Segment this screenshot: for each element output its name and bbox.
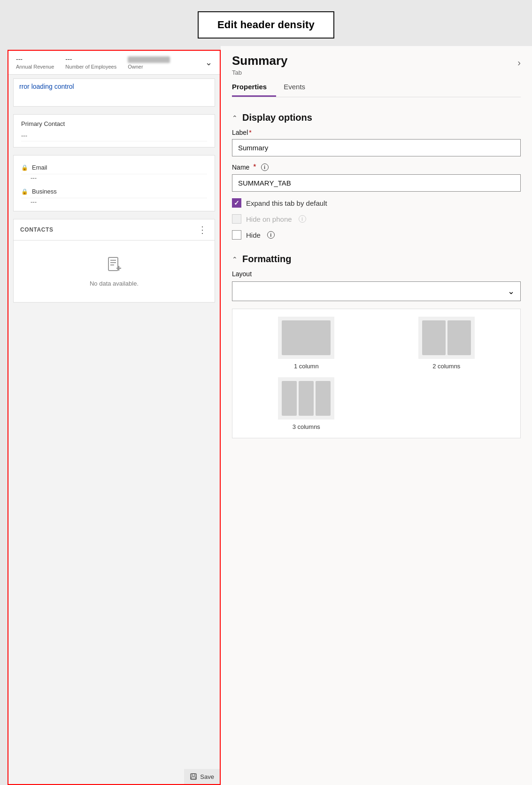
business-field-value: --- xyxy=(21,198,207,205)
header-fields-row: --- Annual Revenue --- Number of Employe… xyxy=(8,51,220,75)
expand-tab-checkbox-row[interactable]: Expand this tab by default xyxy=(232,198,521,208)
hide-info-icon[interactable]: i xyxy=(267,231,275,239)
panel-title: Summary xyxy=(232,54,288,68)
hide-on-phone-label: Hide on phone xyxy=(246,215,292,223)
business-lock-icon: 🔒 xyxy=(21,188,28,195)
hide-checkbox[interactable] xyxy=(232,230,241,240)
email-field-value: --- xyxy=(21,174,207,181)
expand-tab-label: Expand this tab by default xyxy=(246,199,327,207)
no-data-icon xyxy=(106,256,123,276)
label-input[interactable] xyxy=(232,139,521,156)
annual-revenue-value: --- xyxy=(16,55,23,63)
tab-properties[interactable]: Properties xyxy=(232,78,276,97)
save-label[interactable]: Save xyxy=(200,773,214,780)
svg-rect-6 xyxy=(191,774,196,779)
formatting-header: ⌃ Formatting xyxy=(232,254,521,264)
annual-revenue-field: --- Annual Revenue xyxy=(16,55,54,70)
layout-dropdown-chevron: ⌄ xyxy=(508,286,515,296)
contacts-menu-icon[interactable]: ⋮ xyxy=(198,224,208,235)
layout-option-3col[interactable]: 3 columns xyxy=(240,377,373,430)
edit-header-button[interactable]: Edit header density xyxy=(198,11,334,39)
col-block-3col-2 xyxy=(299,381,314,416)
contact-fields-section: 🔒 Email --- 🔒 Business --- xyxy=(13,155,215,211)
save-icon xyxy=(190,773,197,780)
error-text: rror loading control xyxy=(19,83,74,90)
contacts-header: CONTACTS ⋮ xyxy=(14,219,215,241)
tabs-row: Properties Events xyxy=(232,78,521,97)
col-block-1col xyxy=(282,320,331,355)
primary-contact-value: --- xyxy=(21,130,207,141)
no-data-area: No data available. xyxy=(14,241,215,302)
owner-blurred-value xyxy=(128,56,170,63)
owner-field: Owner xyxy=(128,56,170,70)
contacts-label: CONTACTS xyxy=(20,226,54,233)
name-input[interactable] xyxy=(232,174,521,192)
email-lock-icon: 🔒 xyxy=(21,164,28,171)
hide-label: Hide xyxy=(246,231,261,239)
left-pane: --- Annual Revenue --- Number of Employe… xyxy=(0,46,221,785)
primary-contact-label: Primary Contact xyxy=(21,120,207,127)
label-field-label: Label* xyxy=(232,129,521,136)
layout-label: Layout xyxy=(232,270,521,278)
layout-name-2col: 2 columns xyxy=(432,363,460,370)
hide-on-phone-info-icon: i xyxy=(299,215,306,223)
email-field-name: Email xyxy=(32,164,47,171)
error-loading-control: rror loading control xyxy=(13,78,215,107)
annual-revenue-label: Annual Revenue xyxy=(16,64,54,70)
expand-tab-checkbox[interactable] xyxy=(232,198,241,208)
header-chevron-icon[interactable]: ⌄ xyxy=(203,55,214,70)
layout-option-1col[interactable]: 1 column xyxy=(240,317,373,370)
label-required-star: * xyxy=(249,129,251,136)
col-block-2col-2 xyxy=(447,320,471,355)
layout-preview-2col xyxy=(418,317,475,359)
business-field-name: Business xyxy=(32,188,57,195)
right-chevron-icon[interactable]: › xyxy=(517,57,521,68)
layout-name-3col: 3 columns xyxy=(293,423,320,430)
collapse-formatting-icon[interactable]: ⌃ xyxy=(232,256,238,263)
name-field-row: Name* i xyxy=(232,163,521,171)
right-top-header: Summary Tab › xyxy=(232,46,521,78)
display-options-header: ⌃ Display options xyxy=(232,112,521,123)
layout-preview-1col xyxy=(278,317,334,359)
hide-on-phone-checkbox-row: Hide on phone i xyxy=(232,214,521,224)
num-employees-field: --- Number of Employees xyxy=(65,55,116,70)
hide-on-phone-checkbox xyxy=(232,214,241,224)
contacts-section: CONTACTS ⋮ xyxy=(13,219,215,303)
layout-options-grid: 1 column 2 columns xyxy=(232,309,521,438)
tab-events[interactable]: Events xyxy=(284,78,315,97)
save-bar[interactable]: Save xyxy=(184,769,220,784)
top-header: Edit header density xyxy=(0,0,532,46)
email-field-row: 🔒 Email xyxy=(21,161,207,174)
business-field-row: 🔒 Business xyxy=(21,185,207,198)
col-block-3col-3 xyxy=(316,381,331,416)
num-employees-value: --- xyxy=(65,55,72,63)
name-info-icon[interactable]: i xyxy=(261,163,269,171)
collapse-display-options-icon[interactable]: ⌃ xyxy=(232,114,238,122)
col-block-2col-1 xyxy=(422,320,446,355)
name-required-star: * xyxy=(253,163,256,171)
hide-checkbox-row[interactable]: Hide i xyxy=(232,230,521,240)
display-options-title: Display options xyxy=(242,112,312,123)
layout-preview-3col xyxy=(278,377,334,420)
layout-name-1col: 1 column xyxy=(294,363,319,370)
content-area: --- Annual Revenue --- Number of Employe… xyxy=(0,46,532,785)
svg-rect-8 xyxy=(191,777,196,779)
panel-subtitle: Tab xyxy=(232,69,288,76)
formatting-title: Formatting xyxy=(242,254,291,264)
primary-contact-section: Primary Contact --- xyxy=(13,114,215,148)
layout-dropdown[interactable]: ⌄ xyxy=(232,281,521,301)
layout-option-2col[interactable]: 2 columns xyxy=(380,317,513,370)
col-block-3col-1 xyxy=(282,381,297,416)
right-pane: Summary Tab › Properties Events ⌃ Displa… xyxy=(221,46,532,785)
title-area: Summary Tab xyxy=(232,54,288,76)
owner-label: Owner xyxy=(128,64,143,70)
no-data-text: No data available. xyxy=(90,280,139,287)
left-inner-panel: --- Annual Revenue --- Number of Employe… xyxy=(8,50,221,785)
num-employees-label: Number of Employees xyxy=(65,64,116,70)
name-field-label: Name xyxy=(232,163,249,171)
